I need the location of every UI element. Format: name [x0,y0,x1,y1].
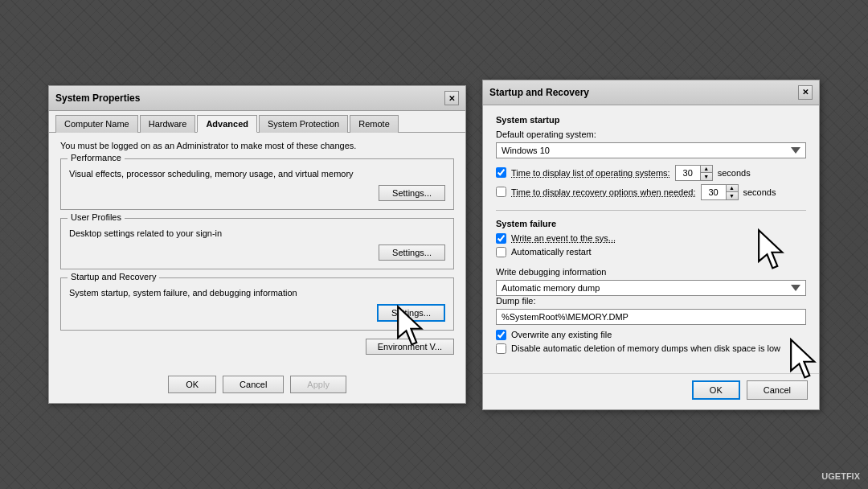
recovery-down[interactable]: ▼ [727,192,738,199]
time-display-value-wrap: ▲ ▼ [675,165,713,181]
default-os-label: Default operating system: [496,129,806,139]
tab-remote[interactable]: Remote [350,115,399,133]
user-profiles-group-label: User Profiles [68,212,125,222]
startup-recovery-footer: OK Cancel [483,373,819,409]
system-startup-header: System startup [496,115,806,125]
disable-auto-row: Disable automatic deletion of memory dum… [496,343,806,354]
dump-file-input[interactable] [496,309,806,325]
system-failure-section: System failure Write an event to the sys… [496,219,806,257]
performance-desc: Visual effects, processor scheduling, me… [69,169,445,179]
system-properties-close-button[interactable]: ✕ [444,91,459,105]
recovery-value-wrap: ▲ ▼ [701,184,739,200]
performance-group: Performance Visual effects, processor sc… [60,158,454,210]
write-event-label: Write an event to the sys... [511,233,616,243]
time-display-input[interactable] [676,166,700,179]
recovery-options-checkbox[interactable] [496,187,506,197]
svg-marker-2 [791,339,814,377]
admin-info-text: You must be logged on as an Administrato… [60,141,454,150]
startup-recovery-title: Startup and Recovery [489,87,589,98]
time-display-up[interactable]: ▲ [701,166,712,173]
write-event-checkbox[interactable] [496,233,506,244]
startup-recovery-settings-button[interactable]: Settings... [377,304,445,322]
write-event-row: Write an event to the sys... [496,233,806,244]
system-properties-footer: OK Cancel Apply [49,369,465,403]
time-display-seconds: seconds [718,168,751,178]
performance-group-label: Performance [68,153,125,162]
tab-advanced[interactable]: Advanced [197,115,257,133]
system-startup-section: System startup Default operating system:… [496,115,806,200]
tab-bar: Computer Name Hardware Advanced System P… [49,111,465,133]
auto-restart-checkbox[interactable] [496,247,506,257]
watermark: UGETFIX [821,471,860,481]
system-properties-dialog: System Properties ✕ Computer Name Hardwa… [48,85,466,404]
time-display-label: Time to display list of operating system… [511,168,670,178]
time-display-checkbox[interactable] [496,167,506,178]
auto-restart-label: Automatically restart [511,247,592,257]
tab-computer-name[interactable]: Computer Name [55,115,138,133]
user-profiles-group: User Profiles Desktop settings related t… [60,218,454,269]
disable-auto-label: Disable automatic deletion of memory dum… [511,343,780,353]
system-failure-header: System failure [496,219,806,228]
startup-recovery-desc: System startup, system failure, and debu… [69,288,445,298]
tab-system-protection[interactable]: System Protection [259,115,348,133]
recovery-spinner: ▲ ▼ [726,185,738,199]
disable-auto-checkbox[interactable] [496,343,506,354]
recovery-options-label: Time to display recovery options when ne… [511,187,696,197]
write-debug-header: Write debugging information [496,267,806,277]
startup-recovery-title-bar: Startup and Recovery ✕ [483,80,819,105]
startup-cancel-button[interactable]: Cancel [747,380,808,400]
auto-restart-row: Automatically restart [496,247,806,257]
tab-hardware[interactable]: Hardware [140,115,196,133]
overwrite-checkbox[interactable] [496,330,506,340]
system-properties-title-bar: System Properties ✕ [49,86,465,111]
recovery-up[interactable]: ▲ [727,185,738,192]
performance-settings-button[interactable]: Settings... [379,185,445,201]
recovery-input[interactable] [702,186,726,199]
recovery-options-row: Time to display recovery options when ne… [496,184,806,200]
overwrite-label: Overwrite any existing file [511,330,612,339]
time-display-down[interactable]: ▼ [701,173,712,180]
time-display-row: Time to display list of operating system… [496,165,806,181]
default-os-select[interactable]: Windows 10 [496,142,806,158]
system-properties-content: You must be logged on as an Administrato… [49,133,465,369]
apply-button[interactable]: Apply [290,376,346,393]
system-properties-title: System Properties [55,92,140,104]
write-debug-section: Write debugging information Automatic me… [496,267,806,354]
user-profiles-settings-button[interactable]: Settings... [379,244,445,261]
dump-file-label: Dump file: [496,296,806,306]
user-profiles-desc: Desktop settings related to your sign-in [69,228,445,238]
startup-recovery-close-button[interactable]: ✕ [798,85,813,100]
cancel-button[interactable]: Cancel [223,376,284,393]
ok-button[interactable]: OK [168,376,216,393]
startup-recovery-group: Startup and Recovery System startup, sys… [60,277,454,331]
overwrite-row: Overwrite any existing file [496,330,806,340]
startup-recovery-content: System startup Default operating system:… [483,105,819,373]
environment-variables-button[interactable]: Environment V... [366,339,454,355]
recovery-seconds: seconds [743,187,776,197]
startup-recovery-group-label: Startup and Recovery [68,272,159,281]
startup-ok-button[interactable]: OK [692,380,740,400]
dump-type-select[interactable]: Automatic memory dump [496,280,806,296]
time-display-spinner: ▲ ▼ [700,166,712,180]
divider-1 [496,210,806,211]
startup-recovery-dialog: Startup and Recovery ✕ System startup De… [482,80,820,410]
